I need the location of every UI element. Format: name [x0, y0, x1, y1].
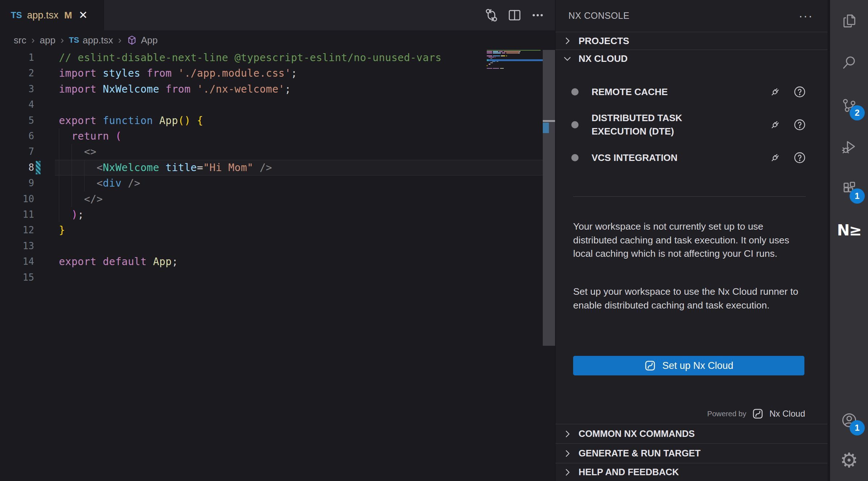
split-editor-icon[interactable] — [507, 7, 523, 23]
code-line[interactable]: 11 ); — [0, 207, 555, 222]
breadcrumb-label: App — [141, 35, 158, 46]
section-common-nx-commands[interactable]: COMMON NX COMMANDS — [555, 424, 828, 443]
brand-label: Nx Cloud — [769, 409, 805, 419]
more-actions-icon[interactable]: ··· — [799, 0, 813, 31]
plug-icon[interactable] — [768, 118, 782, 132]
activity-extensions[interactable]: 1 — [830, 175, 868, 201]
panel-header: NX CONSOLE ··· — [555, 0, 828, 31]
code-line[interactable]: 14export default App; — [0, 254, 555, 269]
editor-scrollbar[interactable] — [543, 50, 555, 346]
overview-modified-mark — [543, 123, 549, 133]
breadcrumb-item-app-tsx[interactable]: TSapp.tsx — [69, 35, 113, 46]
more-actions-icon[interactable] — [530, 7, 546, 23]
line-number: 4 — [0, 97, 34, 112]
nx-console-panel: NX CONSOLE ··· PROJECTSNX CLOUD REMOTE C… — [555, 0, 828, 481]
section-projects[interactable]: PROJECTS — [555, 32, 828, 50]
overview-cursor-mark — [543, 120, 555, 122]
line-number: 11 — [0, 207, 34, 222]
code-text: <> — [59, 144, 96, 159]
activity-run-and-debug[interactable] — [830, 134, 868, 160]
line-number: 14 — [0, 254, 34, 269]
breadcrumb: src›app›TSapp.tsx›App — [0, 30, 555, 50]
activity-bar: 21N≥1⚙ — [830, 0, 868, 481]
line-number: 5 — [0, 113, 34, 128]
setup-instruction-text: Set up your workspace to use the Nx Clou… — [573, 285, 809, 312]
cloud-item-label: REMOTE CACHE — [592, 85, 668, 99]
breadcrumb-item-app[interactable]: app — [40, 35, 55, 46]
breadcrumb-separator-icon: › — [60, 34, 64, 46]
line-number: 2 — [0, 65, 34, 81]
status-bullet — [571, 121, 579, 128]
breadcrumb-separator-icon: › — [118, 34, 121, 46]
section-label: GENERATE & RUN TARGET — [579, 448, 701, 459]
code-line[interactable]: 8 <NxWelcome title="Hi Mom" /> — [0, 160, 555, 175]
debug-icon — [841, 139, 858, 155]
nx-cloud-icon — [752, 408, 764, 420]
activity-accounts[interactable]: 1 — [830, 407, 868, 433]
cloud-item-actions — [768, 85, 807, 99]
code-line[interactable]: 2import styles from './app.module.css'; — [0, 65, 555, 81]
nx-console-icon: N≥ — [837, 221, 861, 239]
cloud-item-remote: REMOTE CACHE — [571, 82, 807, 102]
code-line[interactable]: 7 <> — [0, 144, 555, 159]
code-text: export default App; — [59, 254, 178, 269]
breadcrumb-item-src[interactable]: src — [14, 35, 26, 46]
powered-by-row: Powered by Nx Cloud — [707, 404, 805, 423]
section-label: NX CLOUD — [579, 53, 628, 64]
setup-nx-cloud-button[interactable]: Set up Nx Cloud — [573, 356, 804, 375]
close-icon[interactable]: ✕ — [78, 10, 87, 21]
code-line[interactable]: 6 return ( — [0, 128, 555, 144]
activity-explorer[interactable] — [830, 8, 868, 34]
help-icon[interactable] — [793, 85, 807, 99]
code-line[interactable]: 12} — [0, 222, 555, 238]
breadcrumb-item-app[interactable]: App — [126, 35, 158, 46]
code-line[interactable]: 13 — [0, 238, 555, 254]
code-line[interactable]: 15 — [0, 270, 555, 285]
activity-nx-console[interactable]: N≥ — [830, 217, 868, 243]
code-line[interactable]: 3import NxWelcome from './nx-welcome'; — [0, 81, 555, 97]
chevron-right-icon — [562, 429, 573, 439]
cloud-item-distributed: DISTRIBUTED TASK EXECUTION (DTE) — [571, 108, 807, 142]
cloud-item-actions — [768, 151, 807, 165]
status-bullet — [571, 154, 579, 161]
code-line[interactable]: 5export function App() { — [0, 113, 555, 128]
help-icon[interactable] — [793, 151, 807, 165]
code-line[interactable]: 1// eslint-disable-next-line @typescript… — [0, 50, 555, 65]
minimap[interactable] — [487, 50, 543, 72]
plug-icon[interactable] — [768, 85, 782, 99]
activity-source-control[interactable]: 2 — [830, 92, 868, 118]
line-number: 15 — [0, 270, 34, 285]
cloud-item-actions — [768, 118, 807, 132]
tab-filename: app.tsx — [27, 10, 59, 21]
code-editor[interactable]: 1// eslint-disable-next-line @typescript… — [0, 50, 555, 286]
code-text: return ( — [59, 128, 122, 144]
setup-button-label: Set up Nx Cloud — [662, 360, 734, 371]
code-text: <div /> — [59, 175, 141, 191]
breadcrumb-label: app.tsx — [83, 35, 113, 46]
code-text: import styles from './app.module.css'; — [59, 65, 297, 81]
section-help-and-feedback[interactable]: HELP AND FEEDBACK — [555, 463, 828, 481]
code-line[interactable]: 9 <div /> — [0, 175, 555, 191]
modified-badge: M — [64, 10, 72, 21]
section-generate-run-target[interactable]: GENERATE & RUN TARGET — [555, 443, 828, 463]
tab-app-tsx[interactable]: TS app.tsx M ✕ — [0, 0, 104, 30]
typescript-file-icon: TS — [11, 10, 22, 20]
open-changes-icon[interactable] — [484, 7, 499, 23]
section-nx-cloud[interactable]: NX CLOUD — [555, 50, 828, 67]
code-text: <NxWelcome title="Hi Mom" /> — [59, 160, 272, 175]
section-label: PROJECTS — [579, 35, 629, 47]
activity-search[interactable] — [830, 50, 868, 76]
code-text: ); — [59, 207, 84, 222]
files-icon — [841, 13, 858, 29]
plug-icon[interactable] — [768, 151, 782, 165]
line-number: 1 — [0, 50, 34, 65]
panel-edge — [828, 0, 830, 481]
search-icon — [841, 54, 858, 71]
line-number: 9 — [0, 175, 34, 191]
minimap-line — [487, 69, 543, 71]
code-line[interactable]: 4 — [0, 97, 555, 112]
code-line[interactable]: 10 </> — [0, 191, 555, 207]
activity-settings[interactable]: ⚙ — [830, 447, 868, 473]
help-icon[interactable] — [793, 118, 807, 132]
chevron-right-icon — [562, 467, 573, 478]
